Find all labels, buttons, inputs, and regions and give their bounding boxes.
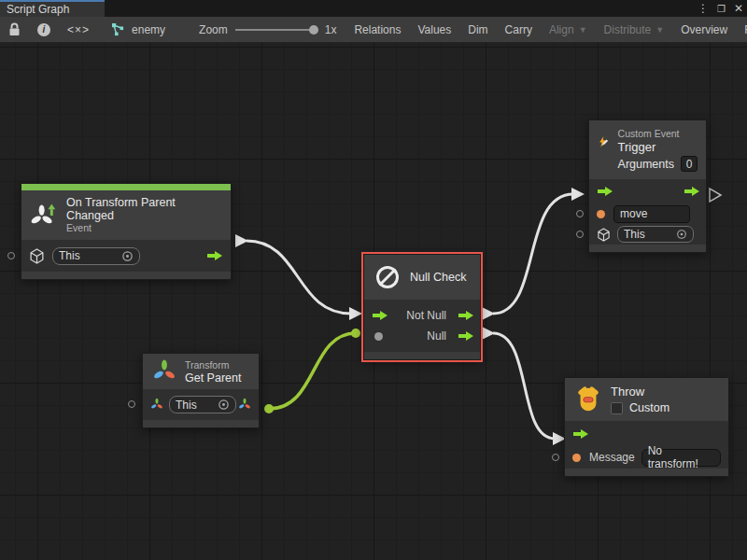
wire-end-dot [351,329,360,338]
node-header: Custom Event Trigger Arguments 0 [589,120,706,179]
transform-port-icon[interactable] [150,398,163,412]
wire-getparent-to-nullcheck[interactable] [269,333,356,409]
flow-row [565,421,728,446]
message-field[interactable]: No transform! [641,449,721,467]
flow-output-port[interactable] [206,250,223,261]
carry-label: Carry [505,23,532,36]
values-button[interactable]: Values [409,17,459,42]
object-picker-icon[interactable] [121,250,134,262]
wire-start-triangle [235,234,248,247]
node-footer [21,272,231,279]
edit-source-button[interactable]: <×> [59,17,98,42]
graph-breadcrumb[interactable]: enemy [98,17,173,42]
lock-icon [8,22,21,36]
distribute-dropdown[interactable]: Distribute ▼ [596,17,673,42]
fullscreen-button[interactable]: Full Screen [736,17,747,42]
flow-output-port[interactable] [684,186,700,197]
wire-start-triangle [482,327,495,340]
value-input-port[interactable] [576,210,584,217]
value-input-port[interactable] [576,231,584,238]
wire-notnull-to-trigger[interactable] [493,194,573,314]
wire-event-to-nullcheck[interactable] [247,241,351,314]
object-picker-icon[interactable] [676,229,687,240]
flow-input-port[interactable] [572,428,589,440]
node-title: On Transform Parent Changed [66,196,221,222]
tab-bar: Script Graph ⋮ ❐ ✕ [0,0,747,17]
align-label: Align [549,23,574,36]
transform-event-icon [31,202,58,230]
gameobject-cube-icon [597,228,611,242]
overview-label: Overview [681,23,727,36]
values-label: Values [417,23,451,36]
message-label: Message [589,451,635,464]
node-get-parent[interactable]: Transform Get Parent This [142,353,260,428]
not-null-label: Not Null [406,309,446,322]
window-menu-icon[interactable]: ⋮ [698,2,709,15]
chevron-down-icon: ▼ [579,25,587,35]
maximize-icon[interactable]: ❐ [717,4,726,14]
tab-script-graph[interactable]: Script Graph [0,0,105,17]
target-object-field[interactable]: This [169,396,236,413]
node-category: Custom Event [618,128,698,139]
arguments-count-field[interactable]: 0 [681,156,698,172]
unconnected-flow-port-icon[interactable] [710,189,721,202]
null-label: Null [427,329,446,343]
close-icon[interactable]: ✕ [734,2,743,15]
flow-input-port[interactable] [372,310,388,321]
wire-arrowhead [571,188,585,201]
node-null-check[interactable]: Null Check Not Null Null [363,254,481,360]
transform-output-port-icon[interactable] [238,398,251,412]
not-null-flow-output-port[interactable] [458,310,474,321]
align-dropdown[interactable]: Align ▼ [541,17,596,42]
dim-button[interactable]: Dim [459,17,496,42]
node-on-transform-parent-changed[interactable]: On Transform Parent Changed Event This [21,183,232,280]
null-flow-output-port[interactable] [458,330,474,342]
event-name-row: move [589,203,706,224]
tab-title: Script Graph [7,3,69,16]
value-input-port[interactable] [552,454,559,461]
wire-null-to-throw[interactable] [493,333,555,439]
target-row: This [589,224,706,245]
graph-name-label: enemy [132,23,165,36]
target-object-field[interactable]: This [617,226,694,243]
zoom-slider[interactable] [235,24,317,35]
node-throw[interactable]: Throw Custom Message No transform! [564,377,729,477]
carry-button[interactable]: Carry [497,17,541,42]
event-name-field[interactable]: move [613,205,690,223]
value-input-port[interactable] [7,252,15,259]
flow-input-port[interactable] [597,186,613,197]
node-header: Throw Custom [565,378,728,421]
relations-button[interactable]: Relations [345,17,409,42]
target-object-value: This [176,399,218,412]
code-icon: <×> [67,23,90,36]
event-accent-bar [21,184,231,190]
node-trigger-custom-event[interactable]: Custom Event Trigger Arguments 0 move [588,119,707,253]
not-null-row: Not Null [364,305,480,326]
node-port-rows: Not Null Null [364,300,480,352]
custom-checkbox[interactable] [611,402,623,414]
object-picker-icon[interactable] [218,399,230,411]
overview-button[interactable]: Overview [672,17,736,42]
zoom-slider-track [235,29,317,31]
node-header: On Transform Parent Changed Event [21,190,231,240]
string-port-icon[interactable] [572,454,581,462]
flow-row [589,179,706,203]
gameobject-cube-icon [29,248,45,264]
node-port-row: This [21,240,231,272]
custom-event-icon [598,128,610,156]
message-value: No transform! [648,444,714,470]
string-port-icon[interactable] [597,210,605,218]
node-category: Transform [185,359,241,371]
value-input-port[interactable] [128,400,135,408]
arguments-label: Arguments [618,158,674,171]
message-row: Message No transform! [565,446,728,469]
zoom-slider-handle[interactable] [309,25,318,35]
target-object-field[interactable]: This [52,247,140,265]
lock-button[interactable] [0,17,29,42]
inspect-button[interactable]: i [29,17,59,42]
graph-canvas[interactable]: On Transform Parent Changed Event This [0,43,747,560]
value-input-port[interactable] [374,332,383,341]
custom-checkbox-label: Custom [629,401,669,414]
zoom-label: Zoom [199,23,228,36]
zoom-control: Zoom 1x [173,17,345,42]
